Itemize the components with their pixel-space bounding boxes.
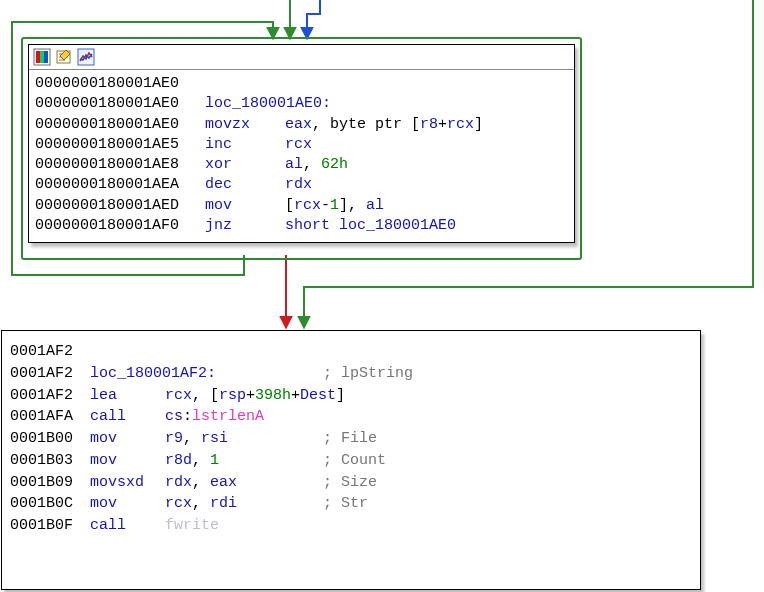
- operands: eax, byte ptr [r8+rcx]: [285, 115, 483, 135]
- address: 0000000180001AE8: [35, 155, 205, 175]
- operands: r8d, 1: [165, 450, 323, 472]
- mnemonic: inc: [205, 135, 285, 155]
- operands: short loc_180001AE0: [285, 216, 456, 236]
- svg-rect-3: [44, 51, 48, 63]
- instruction-row[interactable]: 0000000180001AE8xoral, 62h: [35, 155, 568, 175]
- address: 0000000180001AE0: [35, 115, 205, 135]
- mnemonic: call: [90, 406, 165, 428]
- mnemonic: lea: [90, 385, 165, 407]
- operands: rcx, [rsp+398h+Dest]: [165, 385, 345, 407]
- address: 0001B09: [10, 472, 90, 494]
- address: 0000000180001AE0: [35, 74, 179, 94]
- instruction-row[interactable]: 0000000180001AF0jnzshort loc_180001AE0: [35, 216, 568, 236]
- disasm-block-1[interactable]: 0000000180001AE0 0000000180001AE0 loc_18…: [28, 44, 575, 243]
- disasm-block-2[interactable]: 0001AF2 0001AF2 loc_180001AF2: ; lpStrin…: [1, 330, 701, 590]
- address: 0001AF2: [10, 363, 90, 385]
- address: 0000000180001AED: [35, 196, 205, 216]
- comment: ; Count: [323, 450, 386, 472]
- address: 0000000180001AE5: [35, 135, 205, 155]
- label-row: 0000000180001AE0 loc_180001AE0:: [35, 94, 568, 114]
- instruction-row[interactable]: 0000000180001AE5incrcx: [35, 135, 568, 155]
- instruction-row[interactable]: 0000000180001AE0movzxeax, byte ptr [r8+r…: [35, 115, 568, 135]
- instruction-row[interactable]: 0001B0Fcallfwrite: [10, 515, 694, 537]
- label-row: 0001AF2 loc_180001AF2: ; lpString: [10, 363, 694, 385]
- operands: rcx, rdi: [165, 493, 323, 515]
- edit-icon[interactable]: [55, 48, 73, 66]
- mnemonic: mov: [205, 196, 285, 216]
- comment: ; Str: [323, 493, 368, 515]
- instruction-row[interactable]: 0001B00movr9, rsi; File: [10, 428, 694, 450]
- mnemonic: dec: [205, 175, 285, 195]
- addr-row: 0000000180001AE0: [35, 74, 568, 94]
- address: 0001AF2: [10, 341, 73, 363]
- instruction-row[interactable]: 0001B0Cmovrcx, rdi; Str: [10, 493, 694, 515]
- operands: cs:lstrlenA: [165, 406, 323, 428]
- operands: al, 62h: [285, 155, 348, 175]
- operands: r9, rsi: [165, 428, 323, 450]
- disasm-listing-1[interactable]: 0000000180001AE0 0000000180001AE0 loc_18…: [29, 70, 574, 242]
- address: 0000000180001AF0: [35, 216, 205, 236]
- operands: [rcx-1], al: [285, 196, 384, 216]
- color-picker-icon[interactable]: [33, 48, 51, 66]
- operands: rdx, eax: [165, 472, 323, 494]
- operands: rcx: [285, 135, 312, 155]
- address: 0000000180001AE0: [35, 94, 205, 114]
- mnemonic: movzx: [205, 115, 285, 135]
- instruction-row[interactable]: 0001B09movsxdrdx, eax; Size: [10, 472, 694, 494]
- address: 0001B03: [10, 450, 90, 472]
- disasm-listing-2[interactable]: 0001AF2 0001AF2 loc_180001AF2: ; lpStrin…: [2, 331, 700, 543]
- address: 0001B0C: [10, 493, 90, 515]
- instruction-row[interactable]: 0000000180001AEAdecrdx: [35, 175, 568, 195]
- instruction-row[interactable]: 0001B03movr8d, 1; Count: [10, 450, 694, 472]
- addr-row: 0001AF2: [10, 341, 694, 363]
- instruction-row[interactable]: 0001AF2learcx, [rsp+398h+Dest]: [10, 385, 694, 407]
- comment: ; lpString: [323, 363, 413, 385]
- operands: rdx: [285, 175, 312, 195]
- graph-icon[interactable]: [77, 48, 95, 66]
- address: 0000000180001AEA: [35, 175, 205, 195]
- comment: ; Size: [323, 472, 377, 494]
- mnemonic: movsxd: [90, 472, 165, 494]
- mnemonic: mov: [90, 493, 165, 515]
- address: 0001AF2: [10, 385, 90, 407]
- mnemonic: jnz: [205, 216, 285, 236]
- address: 0001B0F: [10, 515, 90, 537]
- edge-in-blue: [307, 0, 320, 35]
- address: 0001B00: [10, 428, 90, 450]
- comment: ; File: [323, 428, 377, 450]
- address: 0001AFA: [10, 406, 90, 428]
- svg-rect-2: [40, 51, 44, 63]
- code-label: loc_180001AF2:: [90, 363, 323, 385]
- operands: fwrite: [165, 515, 323, 537]
- code-label: loc_180001AE0:: [205, 94, 331, 114]
- instruction-row[interactable]: 0000000180001AEDmov[rcx-1], al: [35, 196, 568, 216]
- block-toolbar: [29, 45, 574, 69]
- mnemonic: mov: [90, 450, 165, 472]
- mnemonic: call: [90, 515, 165, 537]
- mnemonic: xor: [205, 155, 285, 175]
- mnemonic: mov: [90, 428, 165, 450]
- instruction-row[interactable]: 0001AFAcallcs:lstrlenA: [10, 406, 694, 428]
- svg-rect-1: [36, 51, 40, 63]
